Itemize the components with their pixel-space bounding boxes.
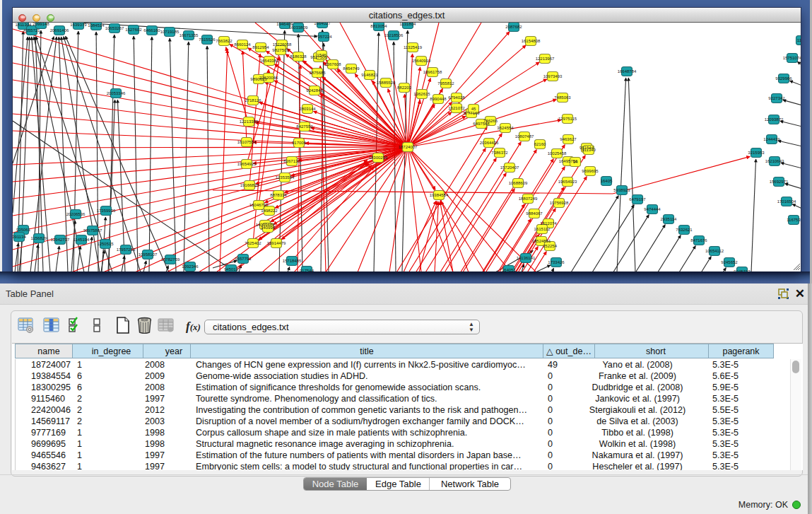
svg-text:917006: 917006 <box>292 141 307 145</box>
svg-text:15226058: 15226058 <box>273 42 292 47</box>
svg-text:2718126: 2718126 <box>245 98 261 103</box>
svg-text:1621072: 1621072 <box>448 106 465 110</box>
svg-text:19166825: 19166825 <box>240 183 259 187</box>
svg-text:18524851: 18524851 <box>532 239 551 243</box>
svg-text:1362615: 1362615 <box>413 92 430 96</box>
svg-text:10961758: 10961758 <box>423 70 442 74</box>
svg-text:45: 45 <box>471 107 476 111</box>
svg-text:8267130: 8267130 <box>283 159 300 163</box>
svg-text:94: 94 <box>573 160 578 164</box>
svg-text:16914479: 16914479 <box>267 241 286 245</box>
svg-text:945012: 945012 <box>224 267 239 271</box>
svg-text:3875685: 3875685 <box>309 71 326 75</box>
svg-text:2087682: 2087682 <box>505 25 522 29</box>
svg-text:9242848: 9242848 <box>306 88 323 93</box>
svg-text:7955812: 7955812 <box>437 81 454 86</box>
svg-text:9827503: 9827503 <box>272 48 289 52</box>
svg-text:1546: 1546 <box>317 53 326 57</box>
svg-text:10653267: 10653267 <box>105 26 124 30</box>
svg-text:935061: 935061 <box>16 228 31 232</box>
svg-text:8454749: 8454749 <box>343 66 360 71</box>
svg-text:1117: 1117 <box>797 38 801 42</box>
svg-text:12093872: 12093872 <box>765 117 784 122</box>
svg-text:2935114: 2935114 <box>661 217 678 221</box>
svg-text:15885520: 15885520 <box>377 81 396 85</box>
svg-text:17016504: 17016504 <box>777 199 796 204</box>
svg-text:15718485: 15718485 <box>283 259 302 263</box>
svg-text:6794028: 6794028 <box>448 95 465 100</box>
svg-text:15751074: 15751074 <box>783 56 801 60</box>
svg-text:252254: 252254 <box>543 244 558 248</box>
svg-text:10688609: 10688609 <box>509 181 528 185</box>
svg-text:19218506: 19218506 <box>384 33 404 37</box>
svg-text:1250515: 1250515 <box>97 242 114 246</box>
svg-text:15720407: 15720407 <box>500 165 519 170</box>
svg-text:9884067: 9884067 <box>526 211 543 216</box>
svg-text:8813054: 8813054 <box>370 24 387 28</box>
svg-text:12213389: 12213389 <box>240 119 259 124</box>
svg-text:10719185: 10719185 <box>160 30 180 34</box>
svg-text:7386372: 7386372 <box>491 151 508 155</box>
svg-text:391134: 391134 <box>13 235 26 239</box>
svg-text:116753: 116753 <box>787 218 801 222</box>
svg-text:9146821: 9146821 <box>361 73 378 77</box>
svg-text:7663822: 7663822 <box>216 39 233 43</box>
svg-text:18724007: 18724007 <box>399 145 418 149</box>
svg-text:17359936: 17359936 <box>97 209 116 213</box>
svg-text:3624554: 3624554 <box>497 126 514 130</box>
svg-text:1639379: 1639379 <box>70 23 87 27</box>
svg-text:1092346: 1092346 <box>182 264 199 269</box>
svg-text:9657791: 9657791 <box>235 257 252 261</box>
svg-text:1084514: 1084514 <box>88 23 105 28</box>
svg-text:15640910: 15640910 <box>412 59 431 63</box>
svg-text:9227342: 9227342 <box>768 96 785 100</box>
svg-text:16033809: 16033809 <box>289 25 308 30</box>
svg-text:19756928: 19756928 <box>550 201 569 205</box>
svg-text:1664027: 1664027 <box>314 23 331 25</box>
svg-text:16154808: 16154808 <box>522 39 541 43</box>
svg-text:140994: 140994 <box>261 226 276 230</box>
svg-text:9245652: 9245652 <box>721 260 738 264</box>
svg-text:16648784: 16648784 <box>618 69 637 74</box>
svg-text:9777169: 9777169 <box>463 111 480 115</box>
svg-text:9245713: 9245713 <box>734 269 751 271</box>
svg-text:7632621: 7632621 <box>676 228 693 232</box>
svg-text:12213967: 12213967 <box>536 57 555 61</box>
svg-text:19384554: 19384554 <box>430 193 449 197</box>
svg-text:6479197: 6479197 <box>629 197 646 201</box>
svg-text:10958107: 10958107 <box>139 252 158 257</box>
svg-text:9890623: 9890623 <box>250 77 267 81</box>
svg-text:19654923: 19654923 <box>558 180 577 184</box>
svg-text:12975115: 12975115 <box>558 117 577 121</box>
svg-text:2367608: 2367608 <box>324 62 341 66</box>
svg-text:12942737: 12942737 <box>51 238 70 242</box>
svg-text:7625402: 7625402 <box>245 241 261 245</box>
svg-text:12353594: 12353594 <box>276 175 295 180</box>
svg-text:1733426: 1733426 <box>548 260 565 264</box>
svg-text:1527602: 1527602 <box>125 28 142 32</box>
svg-text:30975867: 30975867 <box>83 228 102 233</box>
svg-text:16046795: 16046795 <box>249 203 269 207</box>
svg-text:5938923: 5938923 <box>613 188 630 192</box>
svg-text:62160: 62160 <box>534 142 546 146</box>
svg-text:20364436: 20364436 <box>480 141 499 145</box>
svg-text:1612074: 1612074 <box>540 221 557 226</box>
svg-text:16405: 16405 <box>601 179 613 183</box>
svg-text:18300295: 18300295 <box>369 156 388 160</box>
svg-text:16671355: 16671355 <box>180 33 199 37</box>
svg-text:8427552: 8427552 <box>296 124 313 129</box>
svg-text:8990448: 8990448 <box>430 97 447 101</box>
svg-text:20053346: 20053346 <box>107 91 126 95</box>
svg-text:1244419: 1244419 <box>763 137 780 141</box>
svg-text:10973493: 10973493 <box>543 74 563 78</box>
svg-text:20691406: 20691406 <box>50 28 69 33</box>
svg-text:8471676: 8471676 <box>690 238 707 243</box>
svg-text:1615112: 1615112 <box>534 227 551 231</box>
svg-text:9463627: 9463627 <box>560 137 577 141</box>
svg-text:18807249: 18807249 <box>519 197 538 201</box>
svg-text:10654112: 10654112 <box>705 249 724 253</box>
svg-text:16136141: 16136141 <box>517 256 536 260</box>
svg-text:9329966: 9329966 <box>775 76 792 81</box>
svg-text:19654925: 19654925 <box>237 162 257 166</box>
svg-text:917544: 917544 <box>300 269 314 271</box>
